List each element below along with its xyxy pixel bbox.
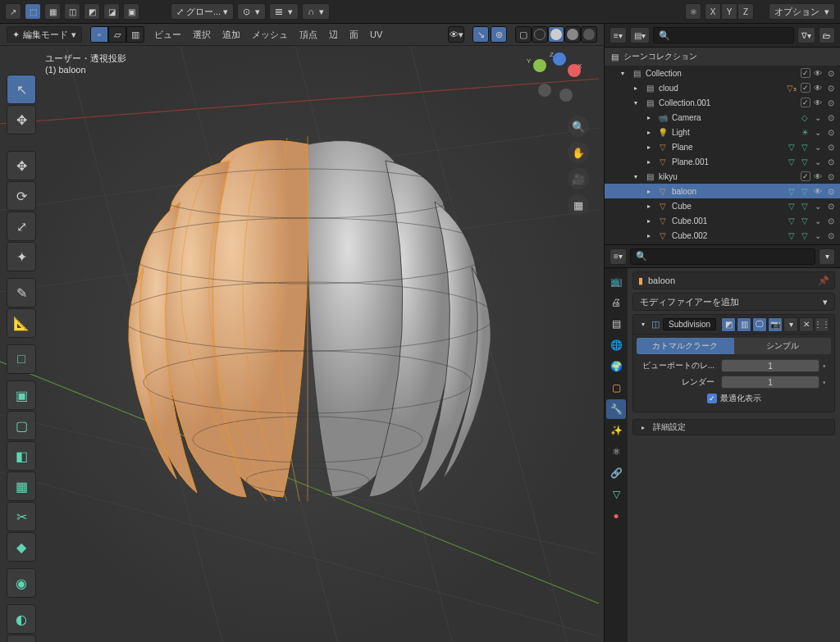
- transform-orientation-dropdown[interactable]: ⤢グロー...▾: [171, 3, 234, 20]
- mod-delete[interactable]: ✕: [799, 317, 814, 332]
- tab-modifiers[interactable]: 🔧: [606, 399, 626, 419]
- zoom-button[interactable]: 🔍: [568, 116, 589, 137]
- tab-constraints[interactable]: 🔗: [606, 463, 626, 483]
- exclude-checkbox[interactable]: [801, 98, 810, 107]
- snap-dropdown[interactable]: 𝌆▾: [269, 3, 299, 20]
- outliner-row-cube-002[interactable]: ▸▽Cube.002▽▽⌄⊙: [605, 228, 840, 243]
- disclosure-icon[interactable]: ▸: [644, 143, 654, 151]
- disable-icon[interactable]: ⊙: [825, 216, 837, 225]
- outliner-row-camera[interactable]: ▸📹Camera◇⌄⊙: [605, 110, 840, 125]
- matprev-shade-button[interactable]: [564, 26, 581, 43]
- tab-mesh[interactable]: ▽: [606, 485, 626, 504]
- sel-builder3-icon[interactable]: ◪: [103, 3, 120, 20]
- xray-toggle[interactable]: ▢: [515, 26, 532, 43]
- outliner-row-plane-001[interactable]: ▸▽Plane.001▽▽⌄⊙: [605, 154, 840, 169]
- pivot-dropdown[interactable]: ⊙▾: [237, 3, 266, 20]
- modifier-name-input[interactable]: Subdivision: [663, 318, 716, 330]
- disclosure-icon[interactable]: ▸: [644, 114, 654, 121]
- gizmo-y-icon[interactable]: [533, 59, 546, 72]
- outliner-row-cube-003[interactable]: ▸▽Cube.003▽▽⌄⊙: [605, 243, 840, 244]
- axis-z-toggle[interactable]: Z: [737, 3, 754, 20]
- sel-builder1-icon[interactable]: ◫: [64, 3, 80, 20]
- tab-render[interactable]: 📺: [606, 271, 626, 291]
- properties-search[interactable]: 🔍: [630, 248, 815, 265]
- tool-rotate[interactable]: ⟳: [7, 181, 36, 211]
- menu-view[interactable]: ビュー: [153, 29, 183, 41]
- face-select-button[interactable]: ▥: [126, 26, 144, 43]
- tab-object[interactable]: ▢: [606, 378, 626, 398]
- outliner-editor-dropdown[interactable]: ≡▾: [609, 27, 627, 43]
- gizmo-toggle[interactable]: ↘: [472, 26, 489, 43]
- outliner-new-collection[interactable]: 🗁: [819, 27, 835, 43]
- mode-dropdown[interactable]: ✦ 編集モード ▾: [7, 26, 82, 43]
- outliner-row-light[interactable]: ▸💡Light☀⌄⊙: [605, 125, 840, 139]
- mod-on-cage[interactable]: ◩: [721, 317, 736, 332]
- mod-render[interactable]: 📷: [768, 317, 783, 332]
- visibility-dropdown[interactable]: 👁▾: [448, 26, 464, 43]
- tab-world[interactable]: 🌍: [606, 357, 626, 376]
- menu-add[interactable]: 追加: [221, 29, 242, 41]
- persp-button[interactable]: ▦: [568, 194, 589, 216]
- solid-shade-button[interactable]: [548, 26, 564, 43]
- subdiv-simple-button[interactable]: シンプル: [734, 338, 832, 354]
- sel-builder4-icon[interactable]: ▣: [123, 3, 139, 20]
- modifier-collapse[interactable]: ▾: [638, 321, 648, 328]
- disclosure-icon[interactable]: ▸: [644, 158, 654, 166]
- visibility-icon[interactable]: ⌄: [812, 231, 824, 240]
- disable-icon[interactable]: ⊙: [825, 98, 837, 107]
- disclosure-icon[interactable]: ▾: [618, 70, 628, 77]
- disable-icon[interactable]: ⊙: [825, 143, 837, 152]
- visibility-icon[interactable]: 👁: [812, 187, 824, 196]
- visibility-icon[interactable]: 👁: [812, 84, 824, 93]
- disable-icon[interactable]: ⊙: [825, 157, 837, 166]
- tool-loopcut[interactable]: ▦: [7, 471, 36, 501]
- disclosure-icon[interactable]: ▸: [644, 203, 654, 210]
- tool-annotate[interactable]: ✎: [7, 278, 36, 307]
- tab-physics[interactable]: ⚛: [606, 442, 626, 462]
- outliner-filter[interactable]: ∇▾: [797, 27, 815, 43]
- disclosure-icon[interactable]: ▸: [644, 217, 654, 225]
- tab-scene[interactable]: 🌐: [606, 335, 626, 355]
- mod-in-editmode[interactable]: ▥: [737, 317, 751, 332]
- breadcrumb[interactable]: ▮ baloon 📌: [632, 271, 835, 289]
- axis-x-toggle[interactable]: X: [705, 3, 721, 20]
- exclude-checkbox[interactable]: [801, 171, 810, 181]
- proportional-dropdown[interactable]: ∩▾: [302, 3, 330, 20]
- menu-mesh[interactable]: メッシュ: [250, 29, 290, 41]
- properties-editor-dropdown[interactable]: ≡▾: [609, 248, 627, 265]
- disclosure-icon[interactable]: ▸: [644, 232, 654, 239]
- optimize-checkbox[interactable]: ✓: [707, 394, 717, 403]
- disclosure-icon[interactable]: ▸: [631, 84, 641, 92]
- mod-drag[interactable]: ⋮⋮: [815, 317, 829, 332]
- render-shade-button[interactable]: [581, 26, 597, 43]
- tool-select[interactable]: ↖: [7, 75, 36, 104]
- outliner-display-dropdown[interactable]: ▤▾: [630, 27, 650, 43]
- outliner-row-cube-001[interactable]: ▸▽Cube.001▽▽⌄⊙: [605, 213, 840, 228]
- disable-icon[interactable]: ⊙: [825, 128, 837, 137]
- tool-cursor[interactable]: ✥: [7, 105, 36, 134]
- visibility-icon[interactable]: ⌄: [812, 202, 824, 211]
- disable-icon[interactable]: ⊙: [825, 202, 837, 211]
- tool-bevel[interactable]: ◧: [7, 441, 36, 471]
- menu-edge[interactable]: 辺: [327, 29, 340, 41]
- visibility-icon[interactable]: ⌄: [812, 143, 824, 152]
- menu-vertex[interactable]: 頂点: [298, 29, 319, 41]
- tool-add-cube[interactable]: □: [7, 344, 36, 374]
- disable-icon[interactable]: ⊙: [825, 187, 837, 196]
- disable-icon[interactable]: ⊙: [825, 69, 837, 78]
- tool-spin[interactable]: ◉: [7, 568, 36, 598]
- cursor-tool-icon[interactable]: ⬚: [25, 3, 41, 20]
- outliner[interactable]: ▤ シーンコレクション ▾▤Collection👁⊙▸▤cloud▽₃👁⊙▾▤C…: [605, 48, 840, 244]
- add-modifier-dropdown[interactable]: モディファイアーを追加▾: [632, 293, 835, 311]
- tab-output[interactable]: 🖨: [606, 293, 626, 312]
- viewport-3d[interactable]: ユーザー・透視投影 (1) baloon ↖ ✥ ✥ ⟳ ⤢ ✦ ✎ 📐 □ ▣: [0, 46, 604, 642]
- disable-icon[interactable]: ⊙: [825, 231, 837, 240]
- visibility-icon[interactable]: 👁: [812, 98, 824, 107]
- outliner-row-cube[interactable]: ▸▽Cube▽▽⌄⊙: [605, 198, 840, 213]
- camera-button[interactable]: 🎥: [568, 168, 589, 189]
- tool-move[interactable]: ✥: [7, 151, 36, 180]
- tab-particles[interactable]: ✨: [606, 421, 626, 440]
- disclosure-icon[interactable]: ▾: [631, 99, 641, 107]
- edge-select-button[interactable]: ▱: [108, 26, 126, 43]
- tool-scale[interactable]: ⤢: [7, 212, 36, 241]
